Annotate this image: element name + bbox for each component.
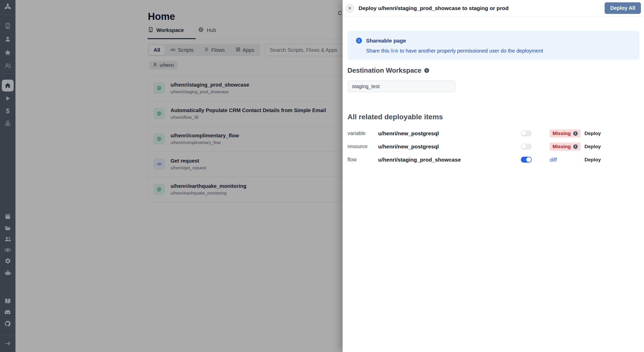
infobox-body: Share this link to have another properly… [366,48,543,54]
info-icon[interactable]: i [424,68,429,73]
include-toggle-off[interactable] [521,144,532,149]
deploy-drawer: × Deploy u/henri/staging_prod_showcase t… [343,0,644,352]
deploy-all-button[interactable]: Deploy All [605,2,641,14]
deploy-button[interactable]: Deploy [584,144,604,149]
item-kind: flow [348,157,378,163]
diff-link[interactable]: diff [550,157,557,163]
include-toggle-off[interactable] [521,130,532,136]
item-name: u/henri/new_postgresql [378,144,521,150]
info-icon[interactable]: i [573,144,578,149]
info-icon[interactable]: i [573,131,578,136]
close-icon[interactable]: × [345,4,354,13]
share-link[interactable]: link [391,48,399,54]
drawer-header: × Deploy u/henri/staging_prod_showcase t… [343,0,644,16]
include-toggle-on[interactable] [521,157,532,163]
item-name: u/henri/new_postgresql [378,130,521,137]
deployable-items-table: variable u/henri/new_postgresql Missing … [348,127,604,166]
item-kind: resource [348,144,378,149]
infobox-title: Shareable page [366,38,406,44]
destination-workspace-heading: Destination Workspace i [348,66,429,74]
item-name: u/henri/staging_prod_showcase [378,157,521,163]
deploy-button[interactable]: Deploy [584,131,604,136]
info-icon: i [356,38,362,44]
drawer-title: Deploy u/henri/staging_prod_showcase to … [359,5,509,11]
missing-badge: Missing i [550,143,581,151]
shareable-page-infobox: i Shareable page Share this link to have… [348,31,639,60]
deployable-items-heading: All related deployable items [348,113,443,121]
deploy-button[interactable]: Deploy [584,157,604,163]
destination-workspace-input[interactable] [348,81,455,92]
app-window: $ [0,0,644,352]
item-kind: variable [348,130,378,136]
modal-overlay[interactable] [0,0,343,352]
missing-badge: Missing i [550,129,581,138]
